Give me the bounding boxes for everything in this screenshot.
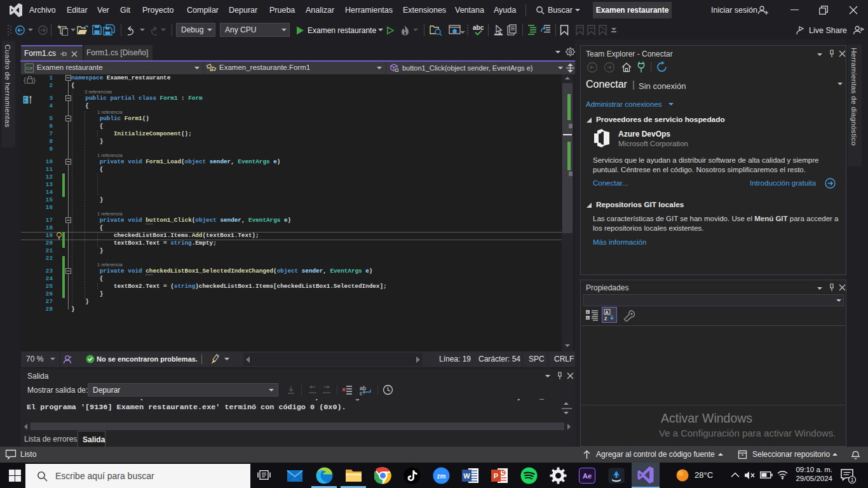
svg-text:C#: C# bbox=[26, 65, 33, 71]
svg-text:A: A bbox=[606, 310, 609, 315]
svg-text:+: + bbox=[587, 310, 588, 314]
svg-text:W: W bbox=[463, 472, 470, 480]
svg-text:c: c bbox=[360, 390, 363, 396]
svg-text:Ae: Ae bbox=[583, 472, 592, 480]
svg-text:1: 1 bbox=[851, 477, 854, 483]
svg-text:zm: zm bbox=[437, 473, 446, 480]
svg-text:P: P bbox=[494, 472, 498, 480]
svg-text:+: + bbox=[587, 316, 588, 320]
svg-text:Z: Z bbox=[604, 316, 607, 321]
